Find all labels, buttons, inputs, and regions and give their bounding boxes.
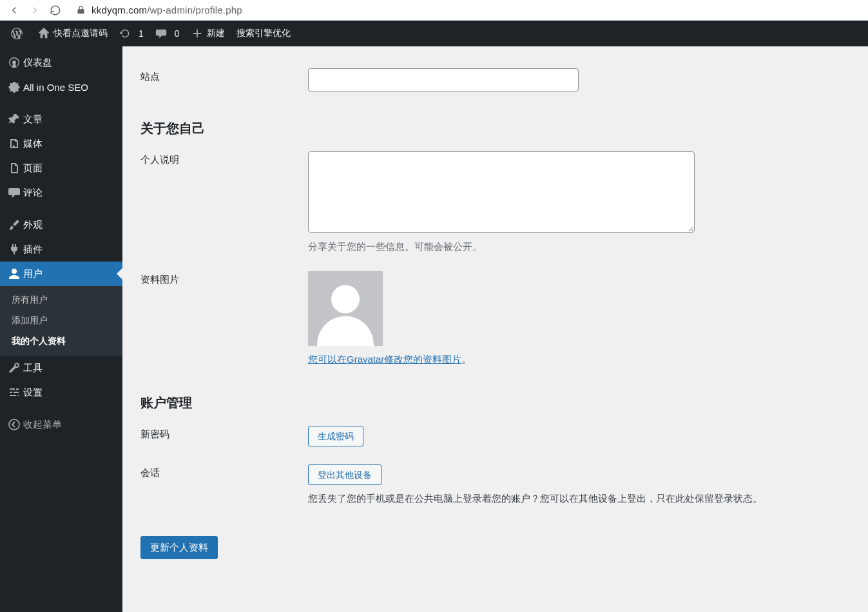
avatar-image — [308, 271, 383, 346]
adminbar-seo[interactable]: 搜索引擎优化 — [231, 21, 296, 46]
bio-description: 分享关于您的一些信息。可能会被公开。 — [308, 241, 847, 253]
adminbar-seo-label: 搜索引擎优化 — [236, 28, 291, 39]
website-label: 站点 — [140, 71, 160, 82]
avatar-label: 资料图片 — [140, 274, 179, 285]
browser-back-button[interactable] — [4, 1, 24, 19]
browser-forward-button — [24, 1, 45, 19]
pin-icon — [8, 113, 23, 126]
newpass-label: 新密码 — [140, 428, 169, 439]
bio-textarea[interactable] — [308, 151, 695, 233]
adminbar-comments[interactable]: 0 — [149, 21, 186, 46]
sidebar-item-label: 仪表盘 — [23, 57, 52, 69]
sidebar-item-label: 工具 — [23, 362, 43, 374]
adminbar-wp-logo[interactable] — [5, 21, 32, 46]
sidebar-item-label: 页面 — [23, 162, 43, 175]
sidebar-item-settings[interactable]: 设置 — [0, 380, 122, 405]
sidebar-item-posts[interactable]: 文章 — [0, 107, 122, 131]
adminbar-new-label: 新建 — [207, 28, 225, 39]
sidebar-subitem-profile[interactable]: 我的个人资料 — [0, 331, 122, 352]
svg-point-0 — [9, 419, 19, 430]
gravatar-link[interactable]: 您可以在Gravatar修改您的资料图片 — [308, 354, 461, 365]
sidebar-item-label: 插件 — [23, 244, 43, 256]
sliders-icon — [8, 386, 23, 399]
sidebar-item-plugins[interactable]: 插件 — [0, 237, 122, 262]
sidebar-item-label: 用户 — [23, 268, 43, 280]
sidebar-collapse[interactable]: 收起菜单 — [0, 412, 122, 437]
sidebar-item-comments[interactable]: 评论 — [0, 180, 122, 205]
profile-content: 站点 关于您自己 个人说明 分享关于您的一些信息。可能会被公开。 资料图片 — [122, 46, 868, 612]
sidebar-item-label: 外观 — [23, 219, 43, 231]
logout-other-devices-button[interactable]: 登出其他设备 — [308, 464, 381, 485]
adminbar-comments-count: 0 — [175, 28, 180, 39]
media-icon — [8, 137, 23, 150]
sidebar-item-label: 评论 — [23, 187, 43, 199]
sidebar-item-pages[interactable]: 页面 — [0, 156, 122, 180]
sidebar-item-aioseo[interactable]: All in One SEO — [0, 75, 122, 99]
comments-icon — [155, 28, 167, 39]
about-heading: 关于您自己 — [140, 100, 854, 142]
sidebar-item-label: 文章 — [23, 113, 43, 126]
collapse-icon — [8, 418, 23, 431]
update-profile-button[interactable]: 更新个人资料 — [140, 536, 218, 559]
sidebar-item-dashboard[interactable]: 仪表盘 — [0, 50, 122, 75]
sessions-label: 会话 — [140, 467, 160, 478]
sidebar-item-media[interactable]: 媒体 — [0, 131, 122, 156]
browser-reload-button[interactable] — [45, 1, 66, 19]
svg-point-1 — [331, 285, 360, 313]
website-input[interactable] — [308, 68, 579, 91]
sidebar-item-label: 媒体 — [23, 138, 43, 150]
bio-label: 个人说明 — [140, 154, 179, 165]
browser-url: kkdyqm.com/wp-admin/profile.php — [92, 5, 242, 15]
sidebar-subitem-add-user[interactable]: 添加用户 — [0, 311, 122, 331]
adminbar-updates-count: 1 — [139, 28, 144, 39]
sessions-description: 您丢失了您的手机或是在公共电脑上登录着您的账户？您可以在其他设备上登出，只在此处… — [308, 493, 847, 505]
gravatar-link-suffix: 。 — [461, 354, 471, 365]
plugin-icon — [8, 243, 23, 256]
avatar-placeholder-icon — [310, 275, 381, 346]
lock-icon — [75, 5, 86, 15]
adminbar-site-name[interactable]: 快看点邀请码 — [32, 21, 113, 46]
comment-icon — [8, 186, 23, 199]
sidebar-item-label: 收起菜单 — [23, 419, 62, 431]
account-heading: 账户管理 — [140, 375, 854, 417]
adminbar-site-name-label: 快看点邀请码 — [53, 28, 108, 39]
brush-icon — [8, 218, 23, 231]
page-icon — [8, 162, 23, 175]
sidebar-item-appearance[interactable]: 外观 — [0, 213, 122, 237]
browser-bar: kkdyqm.com/wp-admin/profile.php — [0, 0, 868, 21]
tools-icon — [8, 361, 23, 374]
plus-icon — [191, 28, 203, 39]
user-icon — [8, 267, 23, 280]
sidebar-submenu-users: 所有用户 添加用户 我的个人资料 — [0, 286, 122, 356]
home-icon — [38, 28, 50, 39]
gear-icon — [8, 81, 23, 93]
admin-sidebar: 仪表盘 All in One SEO 文章 媒体 页面 评论 — [0, 46, 122, 612]
sidebar-item-tools[interactable]: 工具 — [0, 356, 122, 380]
sidebar-subitem-all-users[interactable]: 所有用户 — [0, 290, 122, 311]
browser-url-area[interactable]: kkdyqm.com/wp-admin/profile.php — [75, 5, 242, 15]
wp-admin-bar: 快看点邀请码 1 0 新建 搜索引擎优化 — [0, 21, 868, 46]
sidebar-item-label: 设置 — [23, 387, 43, 399]
dashboard-icon — [8, 56, 23, 69]
sidebar-item-users[interactable]: 用户 — [0, 262, 122, 286]
sidebar-item-label: All in One SEO — [23, 82, 88, 93]
adminbar-new[interactable]: 新建 — [186, 21, 231, 46]
generate-password-button[interactable]: 生成密码 — [308, 426, 363, 446]
wordpress-icon — [11, 28, 23, 39]
update-icon — [119, 28, 131, 39]
adminbar-updates[interactable]: 1 — [113, 21, 149, 46]
